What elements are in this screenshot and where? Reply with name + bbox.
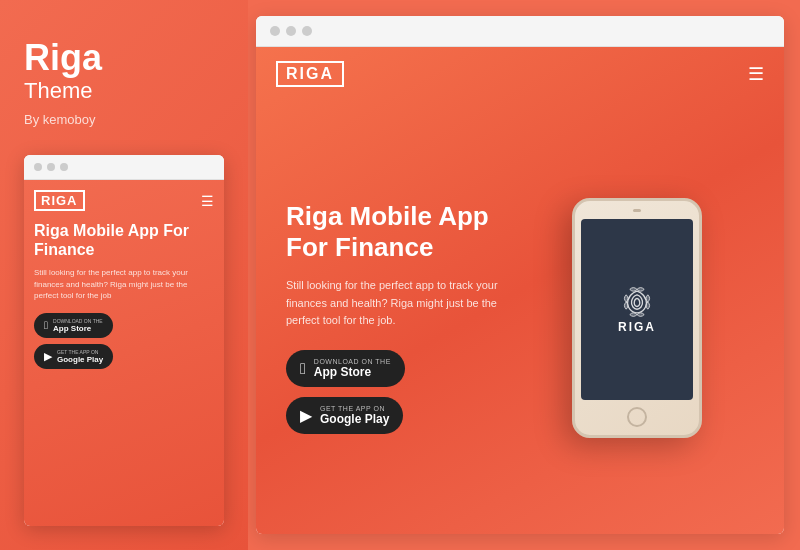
browser-dot-2 (47, 163, 55, 171)
left-mockup-description: Still looking for the perfect app to tra… (34, 267, 214, 301)
left-mockup-browser: RIGA ☰ Riga Mobile App For Finance Still… (24, 155, 224, 526)
hero-googleplay-button[interactable]: ▶ Get the app on Google Play (286, 397, 403, 434)
left-googleplay-btn-text: Get the app on Google Play (57, 349, 103, 364)
right-panel: RIGA ☰ Riga Mobile App For Finance Still… (256, 16, 784, 534)
left-appstore-label: App Store (53, 324, 103, 333)
left-appstore-btn-text: Download on the App Store (53, 318, 103, 333)
hero-appstore-small-label: Download on the (314, 358, 391, 365)
left-panel: Riga Theme By kemoboy RIGA ☰ Riga Mobile… (0, 0, 248, 550)
left-mockup-heading: Riga Mobile App For Finance (34, 221, 214, 259)
left-googleplay-button[interactable]: ▶ Get the app on Google Play (34, 344, 113, 369)
brand-subtitle: Theme (24, 78, 224, 104)
hero-play-icon: ▶ (300, 406, 312, 425)
site-hamburger-icon[interactable]: ☰ (748, 63, 764, 85)
hero-text: Riga Mobile App For Finance Still lookin… (286, 201, 520, 434)
brand-title: Riga (24, 40, 224, 76)
hero-description: Still looking for the perfect app to tra… (286, 277, 520, 330)
hero-googleplay-btn-text: Get the app on Google Play (320, 405, 389, 426)
phone-mockup: RIGA (572, 198, 702, 438)
hero-googleplay-small-label: Get the app on (320, 405, 389, 412)
left-browser-bar (24, 155, 224, 180)
phone-camera (633, 209, 641, 212)
phone-screen: RIGA (581, 219, 693, 400)
right-browser-content: RIGA ☰ Riga Mobile App For Finance Still… (256, 47, 784, 534)
right-dot-3 (302, 26, 312, 36)
left-mockup-nav: RIGA ☰ (34, 190, 214, 211)
hero-content: Riga Mobile App For Finance Still lookin… (256, 101, 784, 534)
hero-appstore-label: App Store (314, 365, 391, 379)
hero-appstore-button[interactable]:  Download on the App Store (286, 350, 405, 387)
left-mockup-hamburger-icon: ☰ (201, 193, 214, 209)
right-browser-bar (256, 16, 784, 47)
site-logo: RIGA (276, 61, 344, 87)
right-dot-2 (286, 26, 296, 36)
hero-apple-icon:  (300, 360, 306, 378)
hero-appstore-btn-text: Download on the App Store (314, 358, 391, 379)
left-browser-content: RIGA ☰ Riga Mobile App For Finance Still… (24, 180, 224, 526)
site-nav: RIGA ☰ (256, 47, 784, 101)
browser-dot-3 (60, 163, 68, 171)
phone-logo-text: RIGA (618, 320, 656, 334)
left-mockup-logo: RIGA (34, 190, 85, 211)
hero-heading: Riga Mobile App For Finance (286, 201, 520, 263)
play-icon: ▶ (44, 350, 52, 363)
phone-container: RIGA (520, 198, 754, 438)
phone-home-button (627, 407, 647, 427)
brand-author: By kemoboy (24, 112, 224, 127)
hero-googleplay-label: Google Play (320, 412, 389, 426)
hero-buttons:  Download on the App Store ▶ Get the ap… (286, 350, 520, 434)
left-googleplay-label: Google Play (57, 355, 103, 364)
riga-spiral-icon (619, 284, 655, 320)
browser-dot-1 (34, 163, 42, 171)
left-appstore-button[interactable]:  Download on the App Store (34, 313, 113, 338)
apple-icon:  (44, 319, 48, 331)
right-dot-1 (270, 26, 280, 36)
